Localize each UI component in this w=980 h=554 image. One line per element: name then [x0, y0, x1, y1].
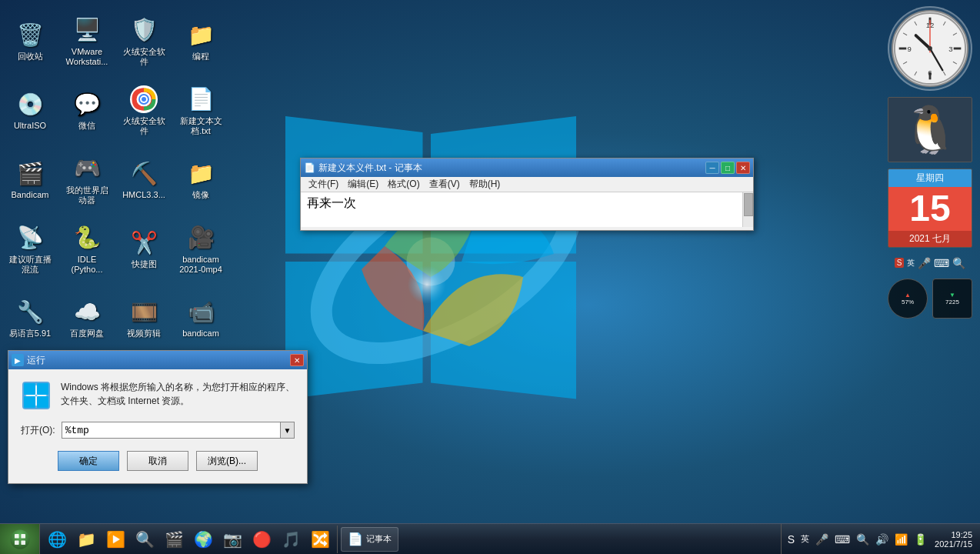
lang-label: 英: [907, 258, 915, 269]
icon-wechat[interactable]: 💬 微信: [60, 75, 114, 145]
tray-volume-icon[interactable]: 🔊: [874, 533, 890, 546]
run-ok-button[interactable]: 确定: [58, 451, 119, 471]
tray-battery-icon[interactable]: 🔋: [912, 533, 928, 546]
run-cancel-button[interactable]: 取消: [127, 451, 188, 471]
speed-meter-2: ▼ 7225: [932, 279, 972, 319]
notepad-minimize-button[interactable]: ─: [705, 162, 719, 174]
taskbar-obs-icon[interactable]: 🔴: [248, 526, 275, 553]
icon-kuaijie[interactable]: ✂️ 快捷图: [117, 214, 171, 283]
taskbar-media-icon[interactable]: ▶️: [102, 526, 129, 553]
icon-folder-bian[interactable]: 📁 编程: [174, 6, 228, 75]
start-button[interactable]: [0, 524, 40, 555]
icon-ultraiso[interactable]: 💿 UltraISO: [3, 75, 57, 145]
icon-bandicam[interactable]: 🎬 Bandicam: [3, 145, 57, 214]
notepad-titlebar[interactable]: 📄 新建义本义件.txt - 记事本 ─ □ ✕: [301, 159, 753, 177]
taskbar-task-notepad[interactable]: 📄 记事本: [341, 527, 398, 552]
icon-hmcl[interactable]: ⛏️ HMCL3.3...: [117, 145, 171, 214]
mic-icon[interactable]: 🎤: [918, 257, 931, 269]
taskbar-explorer-icon[interactable]: 📁: [72, 526, 100, 553]
notepad-window[interactable]: 📄 新建义本义件.txt - 记事本 ─ □ ✕ 文件(F) 编辑(E) 格式(…: [300, 158, 754, 231]
icon-livestream[interactable]: 📡 建议听直播混流: [3, 214, 57, 283]
keyboard-icon[interactable]: ⌨: [934, 257, 949, 269]
tray-search-icon[interactable]: 🔍: [855, 533, 871, 546]
svg-point-29: [928, 46, 932, 51]
icon-new-txt[interactable]: 📄 新建文本文档.txt: [174, 75, 228, 145]
run-dialog[interactable]: ▶ 运行 ✕: [8, 350, 308, 484]
svg-point-2: [408, 265, 446, 304]
run-title-text: 运行: [27, 354, 288, 367]
icon-360security[interactable]: 🛡️ 火绒安全软件: [117, 6, 171, 75]
taskbar-potplayer-icon[interactable]: 🎬: [160, 526, 188, 553]
svg-rect-40: [15, 534, 19, 539]
svg-rect-42: [15, 540, 19, 545]
lang-s-icon[interactable]: S: [895, 258, 905, 268]
icon-chrome[interactable]: 火绒安全软 件: [117, 75, 171, 145]
svg-rect-43: [21, 540, 25, 545]
search-icon[interactable]: 🔍: [952, 257, 965, 269]
notepad-title-text: 新建义本义件.txt - 记事本: [318, 162, 704, 175]
run-dialog-buttons: 确定 取消 浏览(B)...: [21, 448, 295, 476]
run-header-row: Windows 将根据您所输入的名称，为您打开相应的程序、 文件夹、文档或 In…: [21, 380, 295, 411]
taskbar-klite-icon[interactable]: 🎵: [277, 526, 305, 553]
run-dialog-close-button[interactable]: ✕: [290, 354, 304, 366]
right-panel-widgets: 12 3 6 9 🐧 星期四 15 20: [880, 0, 980, 523]
icon-yuyan[interactable]: 🔧 易语言5.91: [3, 283, 57, 352]
tray-mic-icon[interactable]: 🎤: [814, 533, 830, 546]
taskbar-task-icon[interactable]: 🔀: [306, 526, 334, 553]
notepad-scrollbar-thumb[interactable]: [744, 193, 753, 216]
tray-keyboard-icon[interactable]: ⌨: [833, 533, 852, 546]
penguin-image: 🐧: [902, 107, 959, 153]
tray-lang-label: 英: [799, 533, 811, 545]
notepad-content-area[interactable]: 再来一次: [301, 192, 753, 227]
clock-widget: 12 3 6 9: [888, 6, 972, 91]
notepad-title-icon: 📄: [304, 162, 315, 173]
svg-text:6: 6: [928, 68, 932, 77]
run-description: Windows 将根据您所输入的名称，为您打开相应的程序、 文件夹、文档或 In…: [61, 380, 295, 408]
tray-network-icon[interactable]: 📶: [893, 533, 909, 546]
run-dialog-titlebar[interactable]: ▶ 运行 ✕: [8, 351, 307, 369]
icon-baidu[interactable]: ☁️ 百度网盘: [60, 283, 114, 352]
taskbar-search-icon[interactable]: 🔍: [131, 526, 158, 553]
run-dropdown-button[interactable]: ▼: [281, 422, 295, 439]
taskbar-pinned-items: 🌐 📁 ▶️ 🔍 🎬 🌍 📷 🔴 🎵 🔀: [40, 526, 338, 553]
notepad-menu-view[interactable]: 查看(V): [425, 178, 465, 191]
notepad-menu-format[interactable]: 格式(O): [383, 178, 424, 191]
notepad-menu-edit[interactable]: 编辑(E): [343, 178, 383, 191]
taskbar-system-tray: S 英 🎤 ⌨ 🔍 🔊 📶 🔋 19:25 2021/7/15: [781, 524, 980, 554]
taskbar-edge-icon[interactable]: 🌍: [189, 526, 217, 553]
calendar-day: 15: [888, 187, 972, 231]
icon-bandicam2[interactable]: 🎥 bandicam2021-0mp4: [174, 214, 228, 283]
notepad-menu-file[interactable]: 文件(F): [304, 178, 343, 191]
taskbar: 🌐 📁 ▶️ 🔍 🎬 🌍 📷 🔴 🎵 🔀 📄 记事本 S 英 🎤 ⌨ 🔍: [0, 523, 980, 554]
notepad-menu-help[interactable]: 帮助(H): [465, 178, 505, 191]
taskbar-running-tasks: 📄 记事本: [338, 524, 781, 554]
run-browse-button[interactable]: 浏览(B)...: [196, 451, 258, 471]
svg-rect-35: [24, 383, 35, 395]
notepad-maximize-button[interactable]: □: [721, 162, 735, 174]
taskbar-notepad-label: 记事本: [366, 533, 392, 545]
tray-time-display[interactable]: 19:25 2021/7/15: [932, 530, 975, 549]
notepad-scrollbar[interactable]: [742, 192, 753, 227]
icon-mirror[interactable]: 📁 镜像: [174, 145, 228, 214]
icon-recycle-bin[interactable]: 🗑️ 回收站: [3, 6, 57, 75]
taskbar-ie-icon[interactable]: 🌐: [43, 526, 71, 553]
taskbar-screenshot-icon[interactable]: 📷: [218, 526, 246, 553]
svg-point-39: [10, 529, 29, 549]
notepad-close-button[interactable]: ✕: [736, 162, 750, 174]
svg-rect-38: [37, 396, 48, 408]
notepad-text: 再来一次: [307, 196, 356, 209]
icon-vmware[interactable]: 🖥️ VMwareWorkstati...: [60, 6, 114, 75]
icon-idle[interactable]: 🐍 IDLE(Pytho...: [60, 214, 114, 283]
svg-rect-36: [37, 383, 48, 395]
run-input-row: 打开(O): ▼: [21, 422, 295, 439]
run-input-field[interactable]: [62, 422, 281, 439]
svg-rect-41: [21, 534, 25, 539]
icon-bandicam3[interactable]: 📹 bandicam: [174, 283, 228, 352]
icon-video-edit[interactable]: 🎞️ 视频剪辑: [117, 283, 171, 352]
network-meters: ▲ 57% ▼ 7225: [888, 279, 972, 319]
tray-lang-icon[interactable]: S: [786, 533, 796, 546]
calendar-year-month: 2021 七月: [888, 231, 972, 247]
calendar-widget: 星期四 15 2021 七月: [888, 169, 972, 248]
icon-myworld[interactable]: 🎮 我的世界启动器: [60, 145, 114, 214]
svg-point-8: [142, 97, 146, 102]
